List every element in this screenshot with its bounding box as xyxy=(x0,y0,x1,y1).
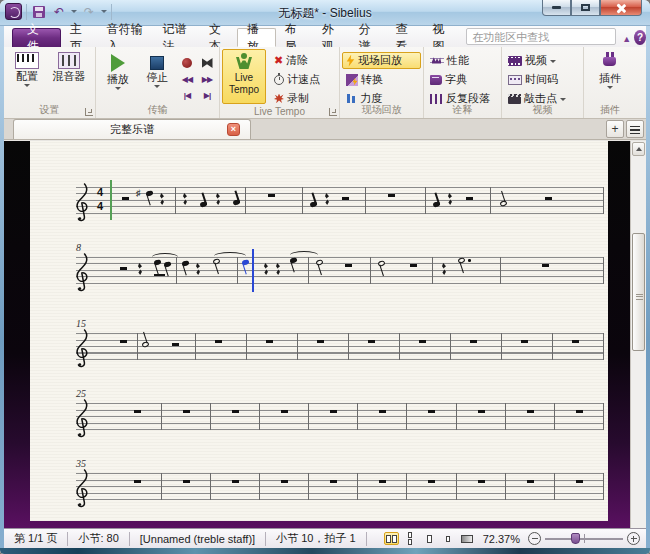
transform-button[interactable]: 转换 xyxy=(342,71,421,88)
whole-rest[interactable] xyxy=(330,480,337,483)
whole-rest[interactable] xyxy=(134,480,141,483)
view-pages-vertical-button[interactable] xyxy=(403,532,418,545)
half-rest[interactable] xyxy=(122,197,129,200)
zoom-out-button[interactable] xyxy=(528,532,541,545)
whole-rest[interactable] xyxy=(428,480,435,483)
clear-button[interactable]: ✖清除 xyxy=(270,52,324,69)
staff-system-2[interactable]: 8 xyxy=(76,257,604,284)
move-to-end-button[interactable]: ▶| xyxy=(204,91,210,100)
tab-note-input[interactable]: 音符输入 xyxy=(98,28,154,47)
score-canvas[interactable]: 44 ♯ xyxy=(4,141,646,528)
view-panorama-button[interactable] xyxy=(460,532,475,545)
zoom-in-button[interactable] xyxy=(627,532,640,545)
whole-rest[interactable] xyxy=(330,410,337,413)
half-note[interactable] xyxy=(377,260,385,267)
play-button[interactable]: 播放 xyxy=(98,49,138,104)
half-note[interactable] xyxy=(499,200,507,207)
tab-home[interactable]: 主页 xyxy=(61,28,98,47)
timecode-button[interactable]: 时间码 xyxy=(504,71,581,88)
slur[interactable] xyxy=(152,253,178,261)
tab-view[interactable]: 视图 xyxy=(423,28,460,47)
note[interactable] xyxy=(181,260,189,266)
half-rest[interactable] xyxy=(172,343,179,346)
maximize-button[interactable] xyxy=(571,0,600,16)
scrollbar-thumb[interactable] xyxy=(632,233,645,351)
tab-file[interactable]: 文件 xyxy=(12,28,61,47)
whole-rest[interactable] xyxy=(368,340,375,343)
close-tab-icon[interactable]: × xyxy=(227,123,240,136)
quarter-rest[interactable] xyxy=(276,263,280,275)
ribbon-search-input[interactable] xyxy=(466,28,616,45)
whole-rest[interactable] xyxy=(419,340,426,343)
view-single-horizontal-button[interactable] xyxy=(422,532,437,545)
mixer-button[interactable]: 混音器 xyxy=(48,49,90,104)
staff-system-3[interactable]: 15 xyxy=(76,333,604,360)
dialog-launcher-icon[interactable] xyxy=(85,108,93,116)
staff-system-1[interactable]: 44 ♯ xyxy=(76,187,604,214)
whole-rest[interactable] xyxy=(478,410,485,413)
video-button[interactable]: 视频 xyxy=(504,52,581,69)
tab-layout[interactable]: 布局 xyxy=(276,28,313,47)
tab-list-button[interactable] xyxy=(626,120,644,138)
configure-button[interactable]: 配置 xyxy=(6,49,48,104)
whole-rest[interactable] xyxy=(281,480,288,483)
whole-rest[interactable] xyxy=(120,340,127,343)
view-pages-horizontal-button[interactable] xyxy=(384,532,399,545)
note[interactable] xyxy=(432,201,440,207)
tab-review[interactable]: 查看 xyxy=(387,28,424,47)
rewind-button[interactable]: ◀◀ xyxy=(182,75,192,84)
whole-rest[interactable] xyxy=(527,480,534,483)
whole-rest[interactable] xyxy=(576,410,583,413)
whole-rest[interactable] xyxy=(183,480,190,483)
whole-rest[interactable] xyxy=(268,194,275,197)
tab-play[interactable]: 播放 xyxy=(237,28,276,47)
whole-rest[interactable] xyxy=(470,340,477,343)
note[interactable] xyxy=(145,190,153,196)
half-rest[interactable] xyxy=(342,197,349,200)
vertical-scrollbar[interactable] xyxy=(630,141,646,528)
view-single-vertical-button[interactable] xyxy=(441,532,456,545)
live-playback-toggle[interactable]: 现场回放 xyxy=(342,52,421,69)
whole-rest[interactable] xyxy=(379,410,386,413)
half-rest[interactable] xyxy=(120,267,127,270)
minimize-button[interactable] xyxy=(542,0,571,16)
quarter-rest[interactable] xyxy=(325,193,329,205)
record-icon[interactable] xyxy=(182,58,192,68)
note[interactable] xyxy=(199,201,207,207)
note[interactable] xyxy=(232,199,240,205)
whole-rest[interactable] xyxy=(215,340,222,343)
live-tempo-button[interactable]: Live Tempo xyxy=(222,49,266,104)
half-note[interactable] xyxy=(457,257,465,264)
half-rest[interactable] xyxy=(545,197,552,200)
half-rest[interactable] xyxy=(466,197,473,200)
new-tab-button[interactable]: + xyxy=(606,120,624,138)
note[interactable] xyxy=(309,201,317,207)
whole-rest[interactable] xyxy=(542,264,549,267)
help-button[interactable]: ? xyxy=(634,30,646,45)
tab-parts[interactable]: 分谱 xyxy=(350,28,387,47)
dialog-launcher-icon[interactable] xyxy=(329,108,337,116)
whole-rest[interactable] xyxy=(345,264,352,267)
score-page[interactable]: 44 ♯ xyxy=(30,141,608,521)
move-to-start-button[interactable]: |◀ xyxy=(184,91,190,100)
note[interactable] xyxy=(163,261,171,267)
whole-rest[interactable] xyxy=(527,410,534,413)
zoom-slider[interactable] xyxy=(545,532,623,545)
tap-points-button[interactable]: 计速点 xyxy=(270,71,324,88)
slur[interactable] xyxy=(290,251,318,259)
whole-rest[interactable] xyxy=(317,340,324,343)
fast-forward-button[interactable]: ▶▶ xyxy=(202,75,212,84)
whole-rest[interactable] xyxy=(478,480,485,483)
whole-rest[interactable] xyxy=(572,340,579,343)
whole-rest[interactable] xyxy=(134,410,141,413)
whole-rest[interactable] xyxy=(183,410,190,413)
performance-button[interactable]: 性能 xyxy=(426,52,499,69)
selected-note[interactable] xyxy=(241,259,249,265)
scroll-up-button[interactable] xyxy=(632,142,645,156)
quarter-rest[interactable] xyxy=(196,263,200,275)
whole-rest[interactable] xyxy=(232,410,239,413)
stop-button[interactable]: 停止 xyxy=(138,49,178,104)
tab-text[interactable]: 文本 xyxy=(200,28,237,47)
quarter-rest[interactable] xyxy=(264,263,268,275)
whole-rest[interactable] xyxy=(428,410,435,413)
